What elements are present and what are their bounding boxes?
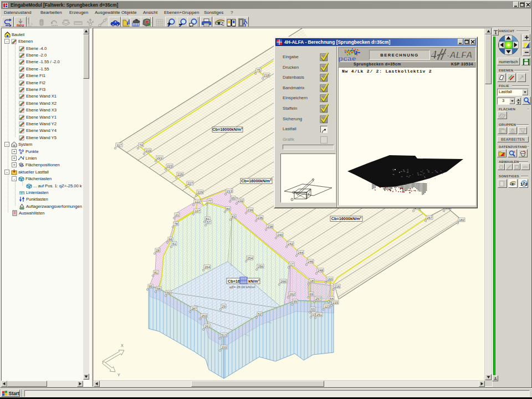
svg-text:64: 64 [330,297,334,300]
svg-text:63: 63 [311,308,315,311]
svg-text:Cb=16000kN/m²: Cb=16000kN/m² [331,216,362,221]
svg-text:221: 221 [157,156,162,160]
svg-text:29: 29 [222,305,226,308]
svg-text:219: 219 [145,149,151,152]
svg-text:69: 69 [309,293,313,296]
svg-text:52: 52 [258,313,262,316]
svg-text:236: 236 [257,216,263,219]
svg-text:56: 56 [157,287,161,290]
svg-text:78: 78 [174,222,178,226]
svg-text:Cb=16000kN/m²: Cb=16000kN/m² [241,178,272,183]
svg-text:123: 123 [324,305,330,308]
svg-text:qZ=-25.00 kN/m²: qZ=-25.00 kN/m² [229,285,255,289]
svg-text:75: 75 [257,69,260,72]
svg-text:261: 261 [204,325,210,328]
svg-text:215: 215 [332,301,339,304]
svg-text:287: 287 [191,307,197,310]
svg-text:4: 4 [431,48,437,62]
svg-text:Y: Y [117,373,120,377]
svg-text:213: 213 [227,190,233,193]
svg-text:182: 182 [459,218,464,222]
svg-text:262: 262 [289,293,295,296]
svg-text:122: 122 [195,200,200,203]
svg-text:21: 21 [175,213,179,217]
svg-text:240: 240 [277,233,283,237]
svg-text:74: 74 [139,144,143,147]
svg-text:66: 66 [168,238,172,241]
svg-text:248: 248 [318,269,324,272]
svg-text:17: 17 [290,263,294,266]
svg-text:223: 223 [167,165,173,168]
svg-text:232: 232 [238,199,243,202]
svg-text:95: 95 [149,285,152,288]
svg-text:225: 225 [177,173,183,176]
svg-text:18: 18 [310,279,314,283]
svg-text:99: 99 [293,300,297,303]
svg-text:60: 60 [167,291,171,294]
svg-text:84: 84 [226,207,230,211]
svg-text:266: 266 [280,280,287,283]
svg-text:238: 238 [267,225,273,228]
svg-text:Cb=16: Cb=16 [228,279,240,284]
svg-text:257: 257 [315,297,321,300]
svg-text:227: 227 [187,182,193,185]
svg-text:28: 28 [156,249,160,252]
svg-text:264: 264 [204,265,211,269]
svg-text:117: 117 [117,144,122,147]
svg-text:Cb=16000kN/m²: Cb=16000kN/m² [212,127,243,132]
svg-text:83: 83 [232,215,236,218]
svg-text:253: 253 [201,314,207,318]
svg-text:65: 65 [231,197,235,200]
svg-text:234: 234 [247,208,253,212]
svg-text:229: 229 [197,191,203,194]
svg-text:61: 61 [172,242,176,245]
svg-text:200: 200 [221,346,227,349]
svg-text:X: X [121,344,124,347]
svg-text:254: 254 [247,257,253,260]
svg-text:216: 216 [334,285,340,288]
svg-text:-ALFA: -ALFA [447,50,472,60]
svg-text:267: 267 [427,216,432,219]
svg-text:246: 246 [308,260,314,263]
svg-text:513: 513 [221,334,227,337]
svg-text:244: 244 [298,251,304,254]
svg-text:kN/m²: kN/m² [248,279,260,284]
svg-text:256: 256 [258,265,264,268]
svg-text:160: 160 [327,278,333,281]
svg-text:242: 242 [288,242,293,245]
svg-text:pcae: pcae [339,54,356,62]
svg-text:3: 3 [525,182,528,187]
svg-text:107: 107 [195,209,200,213]
svg-text:81: 81 [154,271,158,274]
svg-text:77: 77 [208,200,212,203]
svg-text:57: 57 [207,221,211,224]
svg-text:251: 251 [316,313,322,316]
svg-text:218: 218 [264,74,270,77]
